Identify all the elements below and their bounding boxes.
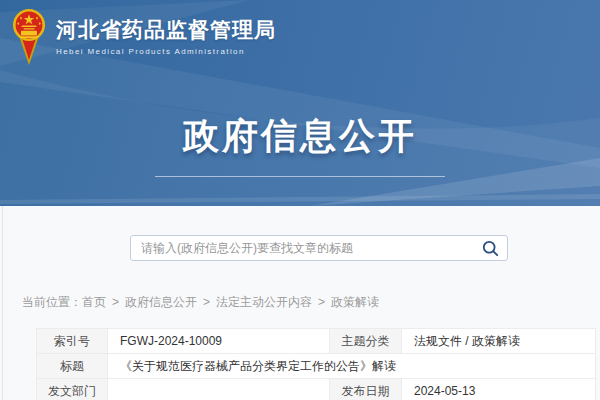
site-logo[interactable]: 河北省药品监督管理局 Hebei Medical Products Admini…: [12, 8, 276, 66]
topic-category-label: 主题分类: [330, 329, 402, 354]
breadcrumb-item-policy-interpretation[interactable]: 政策解读: [331, 295, 379, 309]
issuing-department-value: [108, 379, 330, 400]
breadcrumb-item-gov-info[interactable]: 政府信息公开: [125, 295, 197, 309]
breadcrumb-label: 当前位置：: [22, 295, 82, 309]
breadcrumb-separator: >: [203, 295, 210, 309]
org-name: 河北省药品监督管理局: [56, 18, 276, 42]
publish-date-label: 发布日期: [330, 379, 402, 400]
table-row: 标题 《关于规范医疗器械产品分类界定工作的公告》解读: [37, 354, 596, 379]
china-national-emblem-icon: [12, 8, 46, 66]
org-name-english: Hebei Medical Products Administration: [56, 47, 276, 56]
breadcrumb-item-home[interactable]: 首页: [82, 295, 106, 309]
title-label: 标题: [37, 354, 108, 379]
title-value: 《关于规范医疗器械产品分类界定工作的公告》解读: [108, 354, 596, 379]
index-number-label: 索引号: [37, 329, 108, 354]
search-button[interactable]: [473, 236, 507, 260]
search-icon: [482, 240, 499, 257]
table-row: 索引号 FGWJ-2024-10009 主题分类 法规文件 / 政策解读: [37, 329, 596, 354]
page-title: 政府信息公开: [183, 112, 417, 161]
breadcrumb: 当前位置：首页>政府信息公开>法定主动公开内容>政策解读: [22, 294, 600, 311]
title-underline: [155, 176, 445, 177]
breadcrumb-item-statutory-disclosure[interactable]: 法定主动公开内容: [216, 295, 312, 309]
table-row: 发文部门 发布日期 2024-05-13: [37, 379, 596, 400]
topic-category-value: 法规文件 / 政策解读: [402, 329, 596, 354]
issuing-department-label: 发文部门: [37, 379, 108, 400]
page-header-banner: 河北省药品监督管理局 Hebei Medical Products Admini…: [0, 0, 600, 206]
content-area: 当前位置：首页>政府信息公开>法定主动公开内容>政策解读 索引号 FGWJ-20…: [0, 206, 600, 400]
search-box: [130, 235, 508, 261]
index-number-value: FGWJ-2024-10009: [108, 329, 330, 354]
search-input[interactable]: [131, 236, 473, 260]
document-info-table: 索引号 FGWJ-2024-10009 主题分类 法规文件 / 政策解读 标题 …: [36, 328, 596, 400]
breadcrumb-separator: >: [318, 295, 325, 309]
breadcrumb-separator: >: [112, 295, 119, 309]
publish-date-value: 2024-05-13: [402, 379, 596, 400]
